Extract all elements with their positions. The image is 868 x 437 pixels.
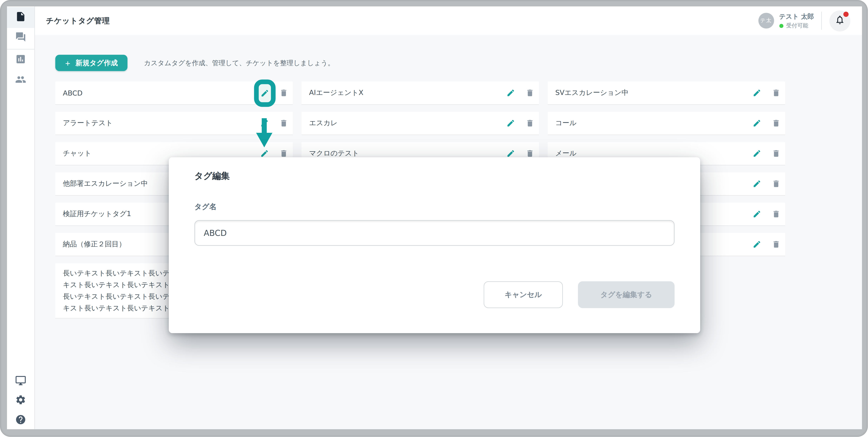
delete-tag-button[interactable] <box>772 210 780 218</box>
tutorial-highlight-box <box>254 79 275 107</box>
document-icon <box>15 11 26 24</box>
header: チケットタグ管理 テ太 テスト 太郎 受付可能 <box>35 6 862 35</box>
delete-tag-button[interactable] <box>279 149 288 158</box>
delete-tag-button[interactable] <box>772 179 780 188</box>
user-texts: テスト 太郎 受付可能 <box>779 12 814 30</box>
tag-label: コール <box>555 118 752 128</box>
tag-row: エスカレ <box>302 112 539 135</box>
delete-tag-button[interactable] <box>279 89 288 97</box>
notifications-button[interactable] <box>830 10 850 31</box>
submit-edit-tag-button[interactable]: タグを編集する <box>578 281 675 308</box>
edit-tag-button[interactable] <box>506 89 515 97</box>
user-status: 受付可能 <box>779 22 814 30</box>
edit-tag-button[interactable] <box>506 119 515 127</box>
avatar: テ太 <box>758 13 774 29</box>
edit-tag-button[interactable] <box>752 89 761 97</box>
row-actions <box>260 89 288 97</box>
delete-tag-button[interactable] <box>772 240 780 249</box>
status-dot-icon <box>779 24 783 28</box>
tag-name-input[interactable] <box>194 220 675 246</box>
sidebar-item-settings[interactable] <box>7 390 34 411</box>
tag-label: SVエスカレーション中 <box>555 88 752 98</box>
bell-icon <box>835 14 845 27</box>
dialog-title: タグ編集 <box>194 171 230 182</box>
edit-tag-button[interactable] <box>752 119 761 127</box>
delete-tag-button[interactable] <box>526 119 534 127</box>
delete-tag-button[interactable] <box>772 149 780 158</box>
new-tag-button[interactable]: + 新規タグ作成 <box>55 55 128 71</box>
plus-icon: + <box>65 59 70 67</box>
tag-label: マクロのテスト <box>309 148 506 158</box>
gear-icon <box>15 394 26 407</box>
sidebar-item-tickets[interactable] <box>7 7 34 28</box>
delete-tag-button[interactable] <box>279 119 288 127</box>
page-title: チケットタグ管理 <box>46 6 110 35</box>
edit-tag-button[interactable] <box>752 240 761 249</box>
edit-tag-button[interactable] <box>752 149 761 158</box>
help-icon <box>15 414 26 427</box>
tag-row: ABCD <box>55 82 293 105</box>
edit-tag-button[interactable] <box>260 89 269 97</box>
cancel-button[interactable]: キャンセル <box>484 281 563 308</box>
tag-label: チャット <box>63 148 260 158</box>
delete-tag-button[interactable] <box>526 149 534 158</box>
new-tag-button-label: 新規タグ作成 <box>75 58 118 68</box>
edit-tag-button[interactable] <box>752 179 761 188</box>
delete-tag-button[interactable] <box>772 119 780 127</box>
tag-label: メール <box>555 148 752 158</box>
delete-tag-button[interactable] <box>526 89 534 97</box>
user-menu[interactable]: テ太 テスト 太郎 受付可能 <box>758 12 814 30</box>
header-right: テ太 テスト 太郎 受付可能 <box>758 6 850 35</box>
monitor-icon <box>15 375 26 388</box>
header-divider <box>822 12 822 30</box>
tag-row: コール <box>548 112 785 135</box>
user-name: テスト 太郎 <box>779 12 814 21</box>
delete-tag-button[interactable] <box>772 89 780 97</box>
tutorial-arrow-down-icon <box>256 118 272 147</box>
tag-row: AIエージェントX <box>302 82 539 105</box>
edit-tag-button[interactable] <box>506 149 515 158</box>
edit-tag-button[interactable] <box>260 149 269 158</box>
edit-tag-button[interactable] <box>752 210 761 218</box>
tag-row: SVエスカレーション中 <box>548 82 785 105</box>
sidebar-item-monitoring[interactable] <box>7 371 34 392</box>
tag-label: AIエージェントX <box>309 88 506 98</box>
bar-chart-icon <box>15 53 26 67</box>
tag-label: アラートテスト <box>63 118 260 128</box>
tag-name-label: タグ名 <box>194 202 217 212</box>
edit-tag-dialog: タグ編集 タグ名 キャンセル タグを編集する <box>169 157 700 333</box>
tag-column-2: AIエージェントX エスカレ マクロのテスト <box>302 82 539 166</box>
sidebar-item-help[interactable] <box>7 410 34 430</box>
notification-badge <box>843 11 849 17</box>
tag-label: エスカレ <box>309 118 506 128</box>
status-label: 受付可能 <box>786 22 808 30</box>
tag-label: ABCD <box>63 89 260 97</box>
people-icon <box>15 74 26 87</box>
app-surface: チケットタグ管理 テ太 テスト 太郎 受付可能 <box>7 6 862 430</box>
sidebar-item-analytics[interactable] <box>7 50 34 70</box>
sidebar-item-members[interactable] <box>7 70 34 91</box>
toolbar-description: カスタムタグを作成、管理して、チケットを整理しましょう。 <box>144 59 334 67</box>
sidebar <box>7 6 35 430</box>
chat-icon <box>15 31 26 45</box>
app-window: チケットタグ管理 テ太 テスト 太郎 受付可能 <box>0 0 868 437</box>
sidebar-item-chat[interactable] <box>7 27 34 48</box>
toolbar: + 新規タグ作成 カスタムタグを作成、管理して、チケットを整理しましょう。 <box>55 55 862 71</box>
